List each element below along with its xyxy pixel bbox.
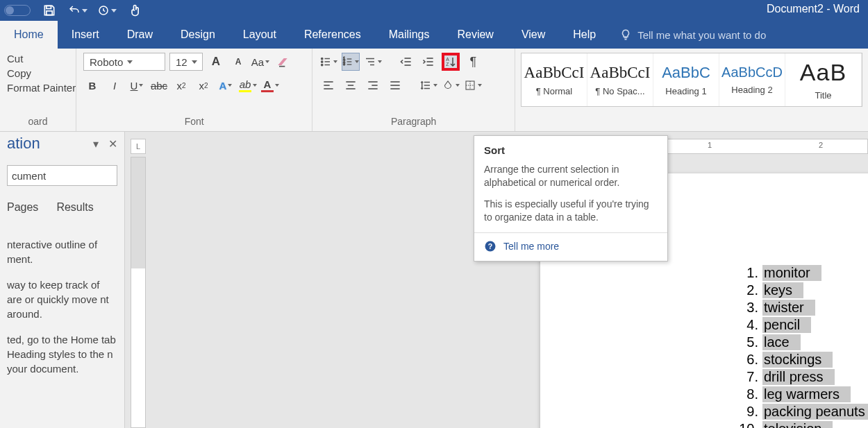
borders-button[interactable]: [464, 76, 482, 94]
align-right-button[interactable]: [364, 76, 382, 94]
window-title: Document2 - Word: [767, 3, 860, 15]
navigation-title: ation: [7, 135, 40, 153]
ruler-corner-icon[interactable]: L: [131, 139, 146, 154]
list-item: 5.lace: [735, 334, 868, 350]
group-styles: AaBbCcI¶ Normal AaBbCcI¶ No Spac... AaBb…: [515, 49, 868, 131]
style-title[interactable]: AaBTitle: [785, 53, 862, 106]
change-case-button[interactable]: Aa: [251, 53, 269, 71]
redo-button[interactable]: [97, 4, 117, 17]
font-size-combo[interactable]: 12: [169, 53, 203, 71]
font-color-button[interactable]: A: [261, 76, 279, 94]
nav-search-input[interactable]: [12, 170, 144, 182]
svg-text:Z: Z: [446, 62, 449, 67]
tab-design[interactable]: Design: [167, 21, 229, 49]
document-list[interactable]: 1.monitor 2.keys 3.twister 4.pencil 5.la…: [735, 265, 868, 428]
bold-button[interactable]: B: [83, 76, 101, 94]
touch-mode-icon[interactable]: [126, 1, 144, 19]
align-left-button[interactable]: [319, 76, 337, 94]
underline-button[interactable]: U: [128, 76, 146, 94]
svg-point-5: [322, 61, 323, 62]
superscript-button[interactable]: x2: [194, 76, 212, 94]
tab-references[interactable]: References: [290, 21, 375, 49]
list-item: 7.drill press: [735, 369, 868, 385]
highlight-button[interactable]: ab: [239, 76, 257, 94]
list-item: 8.leg warmers: [735, 386, 868, 402]
lightbulb-icon: [619, 28, 632, 41]
styles-gallery[interactable]: AaBbCcI¶ Normal AaBbCcI¶ No Spac... AaBb…: [521, 53, 862, 107]
svg-rect-1: [47, 11, 52, 15]
tell-me-more-link[interactable]: ? Tell me more: [484, 240, 658, 252]
tab-view[interactable]: View: [508, 21, 559, 49]
nav-tab-pages[interactable]: Pages: [7, 201, 38, 214]
list-item: 3.twister: [735, 300, 868, 316]
list-item: 10.television: [735, 421, 868, 428]
group-clipboard: Cut Copy Format Painter oard: [0, 49, 76, 131]
vertical-ruler[interactable]: [131, 157, 146, 428]
list-item: 4.pencil: [735, 317, 868, 333]
group-font: Roboto 12 A A Aa B I U abc x2 x2 A ab A: [76, 49, 312, 131]
italic-button[interactable]: I: [106, 76, 124, 94]
style-heading2[interactable]: AaBbCcDHeading 2: [719, 53, 785, 106]
nav-close-icon[interactable]: ✕: [108, 137, 117, 151]
style-no-spacing[interactable]: AaBbCcI¶ No Spac...: [587, 53, 653, 106]
titlebar: Document2 - Word: [0, 0, 868, 21]
list-item: 9.packing peanuts: [735, 404, 868, 420]
svg-text:3: 3: [344, 62, 346, 66]
svg-text:A: A: [446, 57, 450, 62]
nav-dropdown-icon[interactable]: ▾: [93, 137, 99, 151]
nav-tab-results[interactable]: Results: [56, 201, 93, 214]
text-effects-button[interactable]: A: [217, 76, 235, 94]
svg-text:?: ?: [488, 241, 492, 250]
group-paragraph: 123 AZ ¶ Paragraph: [312, 49, 515, 131]
tab-draw[interactable]: Draw: [113, 21, 167, 49]
line-spacing-button[interactable]: [419, 76, 437, 94]
justify-button[interactable]: [386, 76, 404, 94]
bullets-button[interactable]: [319, 53, 337, 71]
shrink-font-button[interactable]: A: [229, 53, 247, 71]
horizontal-ruler[interactable]: 1 2: [658, 139, 868, 154]
tell-me-placeholder: Tell me what you want to do: [637, 29, 766, 41]
copy-button[interactable]: Copy: [7, 67, 69, 79]
tab-home[interactable]: Home: [0, 21, 58, 49]
list-item: 2.keys: [735, 282, 868, 298]
strikethrough-button[interactable]: abc: [150, 76, 168, 94]
list-item: 1.monitor: [735, 265, 868, 281]
list-item: 6.stockings: [735, 352, 868, 368]
tab-insert[interactable]: Insert: [58, 21, 113, 49]
save-icon[interactable]: [40, 1, 58, 19]
style-heading1[interactable]: AaBbCHeading 1: [653, 53, 719, 106]
numbering-button[interactable]: 123: [342, 53, 360, 71]
nav-search-box[interactable]: ▾: [7, 165, 117, 186]
group-label-font: Font: [83, 116, 305, 128]
increase-indent-button[interactable]: [419, 53, 437, 71]
shading-button[interactable]: [442, 76, 460, 94]
help-icon: ?: [484, 240, 496, 252]
font-name-combo[interactable]: Roboto: [83, 53, 165, 71]
grow-font-button[interactable]: A: [207, 53, 225, 71]
svg-rect-0: [47, 6, 51, 8]
ribbon-home: Cut Copy Format Painter oard Roboto 12 A…: [0, 49, 868, 132]
clear-formatting-button[interactable]: [274, 53, 292, 71]
format-painter-button[interactable]: Format Painter: [7, 82, 69, 94]
tab-review[interactable]: Review: [443, 21, 507, 49]
tab-mailings[interactable]: Mailings: [375, 21, 444, 49]
undo-button[interactable]: [68, 4, 87, 17]
svg-point-7: [322, 64, 323, 65]
decrease-indent-button[interactable]: [397, 53, 415, 71]
multilevel-list-button[interactable]: [364, 53, 382, 71]
tooltip-body-2: This is especially useful if you're tryi…: [484, 198, 658, 224]
tab-help[interactable]: Help: [559, 21, 610, 49]
nav-body-text: nteractive outline of ment. way to keep …: [7, 237, 117, 376]
quick-access-toolbar: [0, 1, 144, 19]
align-center-button[interactable]: [342, 76, 360, 94]
sort-button[interactable]: AZ: [442, 53, 460, 71]
autosave-toggle[interactable]: [4, 5, 31, 16]
show-hide-paragraph-button[interactable]: ¶: [464, 53, 482, 71]
subscript-button[interactable]: x2: [172, 76, 190, 94]
navigation-pane: ation ▾ ✕ ▾ Pages Results nteractive out…: [0, 132, 125, 428]
group-label-clipboard: oard: [7, 116, 69, 128]
cut-button[interactable]: Cut: [7, 53, 69, 65]
tell-me-search[interactable]: Tell me what you want to do: [610, 21, 766, 49]
style-normal[interactable]: AaBbCcI¶ Normal: [521, 53, 587, 106]
tab-layout[interactable]: Layout: [229, 21, 290, 49]
